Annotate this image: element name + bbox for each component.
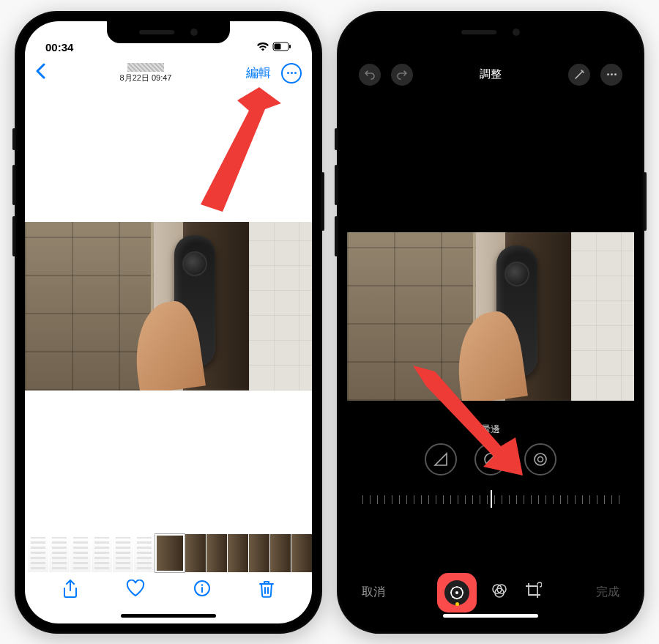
info-icon[interactable] bbox=[193, 580, 211, 602]
thumbnail-selected[interactable] bbox=[155, 534, 185, 572]
done-button[interactable]: 完成 bbox=[596, 585, 619, 600]
crop-tab-icon[interactable] bbox=[524, 582, 542, 603]
more-icon[interactable] bbox=[600, 64, 622, 86]
thumbnail[interactable] bbox=[206, 534, 227, 572]
annotation-arrow bbox=[179, 87, 281, 212]
thumbnail[interactable] bbox=[49, 534, 70, 572]
home-indicator[interactable] bbox=[121, 614, 216, 618]
nav-date: 8月22日 09:47 bbox=[120, 73, 172, 82]
thumbnail[interactable] bbox=[249, 534, 269, 572]
markup-icon[interactable] bbox=[568, 64, 590, 86]
svg-marker-6 bbox=[413, 366, 523, 475]
title-blurred bbox=[127, 63, 164, 72]
svg-point-19 bbox=[455, 591, 458, 594]
thumbnail-strip[interactable] bbox=[25, 534, 312, 572]
trash-icon[interactable] bbox=[258, 580, 275, 603]
phone-mockup-left: 00:34 8月22日 09:47 編輯 bbox=[15, 11, 322, 634]
edit-bottom-bar: 取消 完成 bbox=[347, 575, 634, 610]
edit-title: 調整 bbox=[413, 67, 568, 81]
more-button[interactable] bbox=[281, 63, 302, 84]
svg-rect-2 bbox=[289, 45, 291, 48]
edit-button[interactable]: 編輯 bbox=[246, 64, 271, 81]
thumbnail[interactable] bbox=[291, 534, 312, 572]
heart-icon[interactable] bbox=[126, 580, 145, 602]
svg-rect-1 bbox=[275, 43, 281, 49]
svg-marker-3 bbox=[201, 87, 281, 212]
edit-top-bar: 調整 bbox=[347, 56, 634, 93]
phone-mockup-right: 調整 暈邊 bbox=[337, 11, 644, 634]
undo-icon[interactable] bbox=[359, 64, 381, 86]
filters-tab-icon[interactable] bbox=[491, 582, 508, 603]
notch bbox=[429, 21, 552, 43]
status-time: 00:34 bbox=[45, 41, 73, 53]
thumbnail[interactable] bbox=[185, 534, 206, 572]
adjust-tab-selected[interactable] bbox=[439, 575, 474, 610]
thumbnail[interactable] bbox=[270, 534, 291, 572]
notch bbox=[107, 21, 230, 43]
status-right bbox=[256, 41, 291, 53]
thumbnail[interactable] bbox=[113, 534, 133, 572]
thumbnail[interactable] bbox=[228, 534, 248, 572]
screen-photo-edit: 調整 暈邊 bbox=[347, 21, 634, 623]
cancel-button[interactable]: 取消 bbox=[362, 585, 385, 600]
svg-point-5 bbox=[201, 584, 203, 586]
svg-point-9 bbox=[538, 456, 543, 462]
nav-title: 8月22日 09:47 bbox=[45, 63, 246, 83]
thumbnail[interactable] bbox=[92, 534, 112, 572]
nav-bar: 8月22日 09:47 編輯 bbox=[25, 56, 312, 90]
adjust-dial-icon bbox=[444, 580, 469, 605]
home-indicator[interactable] bbox=[443, 614, 538, 618]
share-icon[interactable] bbox=[62, 580, 78, 603]
thumbnail[interactable] bbox=[28, 534, 48, 572]
thumbnail[interactable] bbox=[134, 534, 154, 572]
thumbnail[interactable] bbox=[70, 534, 91, 572]
adjust-slider[interactable] bbox=[362, 489, 619, 511]
screen-photos-viewer: 00:34 8月22日 09:47 編輯 bbox=[25, 21, 312, 623]
battery-icon bbox=[272, 41, 291, 53]
annotation-arrow bbox=[413, 366, 537, 483]
back-chevron-icon[interactable] bbox=[35, 63, 45, 84]
wifi-icon bbox=[256, 41, 269, 53]
redo-icon[interactable] bbox=[391, 64, 413, 86]
photo-main[interactable] bbox=[25, 222, 312, 391]
